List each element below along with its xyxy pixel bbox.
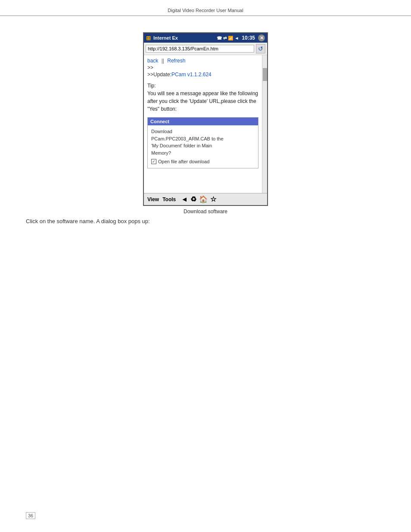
tip-body: You will see a message appear like the f…	[147, 90, 258, 112]
back-link[interactable]: back	[147, 58, 158, 64]
browser-toolbar: View Tools ◄ ♻ 🏠 ☆	[144, 193, 267, 205]
refresh-toolbar-icon[interactable]: ♻	[190, 195, 196, 203]
dialog-line2: PCam.PPC2003_ARM.CAB to the	[151, 135, 255, 143]
dialog-line4: Memory?	[151, 149, 255, 157]
page-number: 36	[26, 512, 35, 519]
scrollbar-thumb[interactable]	[263, 68, 267, 81]
tip-title: Tip:	[147, 83, 156, 89]
toolbar-icons: ◄ ♻ 🏠 ☆	[181, 195, 216, 203]
open-file-label: Open file after download	[158, 158, 209, 165]
browser-title: Internet Ex	[153, 35, 178, 40]
dialog-checkbox-row: ✓ Open file after download	[151, 158, 255, 165]
windows-logo-icon: ⊞	[146, 35, 151, 41]
browser-content: back || Refresh >> >>Update:PCam v1.1.2.…	[144, 55, 267, 193]
update-prefix: >>Update:	[147, 72, 171, 78]
address-input[interactable]	[146, 45, 254, 53]
volume-icon: ◄	[234, 36, 239, 40]
status-bar-icons: ☎ ⇄ 📶 ◄ 10:35 ✕	[217, 34, 265, 41]
address-bar: ↺	[144, 43, 267, 55]
home-toolbar-icon[interactable]: 🏠	[199, 195, 208, 203]
screenshot-caption: Download software	[26, 208, 385, 215]
signal-icon: 📶	[228, 36, 233, 40]
update-link[interactable]: PCam v1.1.2.624	[171, 72, 212, 78]
nav-links: back || Refresh	[147, 58, 258, 64]
dialog-line3: 'My Document' folder in Main	[151, 142, 255, 149]
dialog-line1: Download	[151, 128, 255, 135]
update-line: >>Update:PCam v1.1.2.624	[147, 72, 258, 78]
open-file-checkbox[interactable]: ✓	[151, 159, 156, 164]
status-bar: ⊞ Internet Ex ☎ ⇄ 📶 ◄ 10:35 ✕	[144, 33, 267, 43]
nav-separator: ||	[162, 58, 164, 64]
dialog-title: Connect	[148, 118, 258, 125]
page-header: Digital Video Recorder User Manual	[0, 0, 411, 16]
view-label: View	[147, 196, 159, 202]
dialog-body: Download PCam.PPC2003_ARM.CAB to the 'My…	[148, 125, 258, 168]
tip-section: Tip: You will see a message appear like …	[147, 82, 258, 113]
sync-icon: ⇄	[223, 36, 227, 40]
status-time: 10:35	[242, 35, 255, 41]
dialog-box: Connect Download PCam.PPC2003_ARM.CAB to…	[147, 117, 258, 168]
scrollbar[interactable]	[262, 55, 267, 193]
browser-main: back || Refresh >> >>Update:PCam v1.1.2.…	[144, 55, 262, 193]
go-button[interactable]: ↺	[256, 44, 265, 53]
nav-arrows: >>	[147, 65, 258, 71]
refresh-link[interactable]: Refresh	[167, 58, 185, 64]
back-toolbar-icon[interactable]: ◄	[181, 196, 188, 203]
body-text: Click on the software name. A dialog box…	[26, 218, 385, 224]
tools-label: Tools	[162, 196, 176, 202]
phone-icon: ☎	[217, 36, 222, 40]
device-screenshot: ⊞ Internet Ex ☎ ⇄ 📶 ◄ 10:35 ✕ ↺ back	[143, 32, 268, 206]
status-bar-left: ⊞ Internet Ex	[146, 35, 178, 41]
favorites-toolbar-icon[interactable]: ☆	[210, 195, 216, 203]
close-icon[interactable]: ✕	[258, 34, 265, 41]
